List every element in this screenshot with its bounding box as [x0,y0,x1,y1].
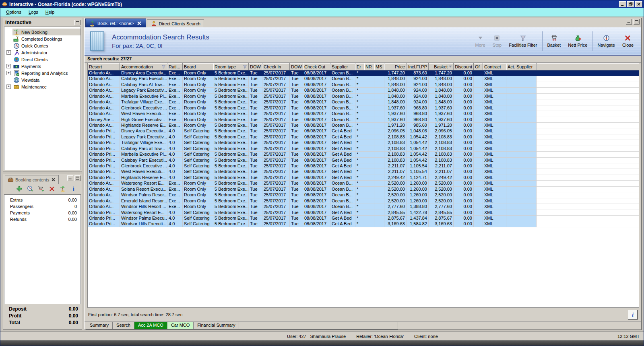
sidebar-item-payments[interactable]: +Payments [4,63,80,70]
sidebar-item-completed-bookings[interactable]: Completed Bookings [4,35,80,42]
sidebar-item-viewdata[interactable]: Viewdata [4,76,80,83]
table-row[interactable]: Orlando Ar...Legacy Park Executiv...Exe.… [88,88,639,93]
column-header-nr[interactable]: NR [364,63,374,70]
table-row[interactable]: Orlando Ar...Marbella Executive Pl...Exe… [88,94,639,99]
table-row[interactable]: Orlando Ar...Emerald Island Resor...Exe.… [88,198,639,204]
table-row[interactable]: Disney Are...High Grove Executiv...Exe..… [88,117,639,123]
booking-toolbar-delete-button[interactable] [49,185,55,194]
sidebar-item-new-booking[interactable]: New Booking [4,29,80,35]
table-row[interactable]: Orlando Ar...Calabay Parc Executi...Exe.… [88,76,639,82]
column-header-supplier[interactable]: Supplier [330,63,355,70]
table-row[interactable]: Orlando Pri...Watersong Resort E...4.0Se… [88,210,639,216]
column-header-ms[interactable]: MS [374,63,384,70]
column-header-accommodation[interactable]: Accommodation [120,63,167,70]
info-button[interactable]: i [628,310,638,319]
maximize-view-button[interactable] [634,19,640,25]
table-row[interactable]: Orlando Pri...Legacy Park Executiv...4.0… [88,134,639,140]
table-row[interactable]: Orlando Ar...Highlands Reserve E...Exe..… [88,123,639,128]
close-booking-tab-icon[interactable] [51,177,56,182]
navigate-button[interactable]: Navigate [594,35,618,47]
table-row[interactable]: Orlando Ar...Watersong Resort E...Exe...… [88,181,639,186]
column-header-discount[interactable]: Discount [454,63,474,70]
list-item[interactable]: Extras0.00 [4,197,80,204]
table-row[interactable]: Orlando Ar...Trafalgar Village Exe...Exe… [88,99,639,105]
tab-car-mco[interactable]: Car MCO [167,322,194,330]
tab-search[interactable]: Search [113,322,134,330]
column-header-room-type[interactable]: Room type [213,63,249,70]
minimize-panel-button[interactable] [67,175,73,181]
table-row[interactable]: Orlando Pri...Calabay Parc at Tow...4.0S… [88,146,639,152]
table-row[interactable]: Orlando Pri...Disney Area Executiv...4.0… [88,128,639,134]
expand-icon[interactable]: + [6,50,11,55]
cell-check-in: 25/07/2017 [262,152,290,157]
table-row[interactable]: Orlando Pri...Windsor Palms Execu...4.0S… [88,216,639,221]
table-row[interactable]: Orlando Ar...Solana Resort Execu...Exe..… [88,187,639,192]
table-row[interactable]: Orlando Ar...Glenbrook Executive ...Exe.… [88,105,639,111]
tab-direct-clients-search[interactable]: Direct Clients Search [147,19,204,27]
collapse-panel-button[interactable] [74,20,80,25]
column-header-check-out[interactable]: Check Out [303,63,330,70]
table-row[interactable]: Orlando Pri...Calabay Parc Executi...4.0… [88,158,639,163]
nett-price-button[interactable]: Nett Price [564,35,591,47]
column-header-of[interactable]: Of [474,63,483,70]
column-header-dow[interactable]: DOW [249,63,262,70]
table-row[interactable]: Orlando Pri...West Haven Executi...4.0Se… [88,169,639,175]
sidebar-item-administrator[interactable]: +Administrator [4,49,80,56]
cell-board: Self Catering [183,175,213,181]
minimize-button[interactable] [619,1,626,7]
tab-book-ref-none[interactable]: Book. ref.: <none> [85,19,146,27]
expand-icon[interactable]: + [6,84,11,89]
column-header-board[interactable]: Board [183,63,213,70]
booking-toolbar-palm-button[interactable] [60,185,66,194]
table-row[interactable]: Orlando Ar...Calabay Parc At Tow...Exe..… [88,82,639,88]
table-row[interactable]: Orlando Pri...Highlands Reserve E...4.0S… [88,175,639,181]
column-header-rati[interactable]: Rati... [167,63,183,70]
cell-rati: 4.0 [167,216,183,221]
sidebar-item-reporting-and-analytics[interactable]: +Reporting and Analytics [4,70,80,76]
close-button[interactable]: Close [619,35,637,47]
table-row[interactable]: Orlando Ar...Disney Area Executiv...Exe.… [88,70,639,76]
menu-logs[interactable]: Logs [25,8,42,16]
expand-icon[interactable]: + [6,71,11,75]
booking-toolbar-info-button[interactable] [70,185,77,194]
table-row[interactable]: Orlando Pri...Windsor Hills Executi...4.… [88,221,639,227]
maximize-panel-button[interactable] [74,175,80,181]
menu-options[interactable]: Options [2,8,25,16]
expand-icon[interactable]: + [6,64,11,68]
column-header-resort[interactable]: Resort [88,63,120,70]
menu-help[interactable]: Help [42,8,58,16]
table-row[interactable]: Orlando Ar...Windsor Hills Resort ...Exe… [88,204,639,210]
booking-toolbar-quote-button[interactable] [27,185,33,194]
tab-acc-2a-mco[interactable]: Acc 2A MCO [134,322,167,330]
list-item[interactable]: Payments0.00 [4,210,80,216]
table-row[interactable]: Orlando Ar...West Haven Executi...Exe...… [88,111,639,117]
column-header-er[interactable]: Er [355,63,364,70]
column-header-act-supplier[interactable]: Act. Supplier [506,63,537,70]
tab-booking-contents[interactable]: Booking contents [5,175,59,184]
column-header-incl-fl-pp[interactable]: Incl.Fl.PP [407,63,429,70]
facilities-filter-button[interactable]: Facilities Filter [505,35,541,47]
table-row[interactable]: Orlando Ar...Windsor Palms Resor...Exe..… [88,192,639,198]
tab-financial-summary[interactable]: Financial Summary [194,322,239,330]
column-header-dow[interactable]: DOW [290,63,303,70]
sidebar-item-quick-quotes[interactable]: Quick Quotes [4,42,80,49]
sidebar-item-direct-clients[interactable]: Direct Clients [4,56,80,63]
table-row[interactable]: Orlando Pri...Glenbrook Executive ...4.0… [88,163,639,169]
close-tab-icon[interactable] [136,20,142,27]
table-row[interactable]: Orlando Pri...Marbella Executive Pl...4.… [88,152,639,157]
minimize-view-button[interactable] [626,19,632,25]
list-item[interactable]: Passengers0 [4,204,80,210]
sidebar-item-maintenance[interactable]: +Maintenance [4,83,80,90]
close-window-button[interactable] [635,1,642,7]
column-header-basket[interactable]: Basket [429,63,454,70]
column-header-price[interactable]: Price [384,63,407,70]
list-item[interactable]: Refunds0.00 [4,216,80,223]
table-row[interactable]: Orlando Pri...Trafalgar Village Exe...4.… [88,140,639,146]
basket-button[interactable]: Basket [544,35,565,47]
column-header-check-in[interactable]: Check In [262,63,290,70]
column-header-contract[interactable]: Contract [483,63,506,70]
booking-toolbar-cart-add-button[interactable] [38,185,44,194]
restore-button[interactable] [627,1,634,7]
booking-toolbar-add-button[interactable] [16,185,23,194]
tab-summary[interactable]: Summary [86,322,113,330]
